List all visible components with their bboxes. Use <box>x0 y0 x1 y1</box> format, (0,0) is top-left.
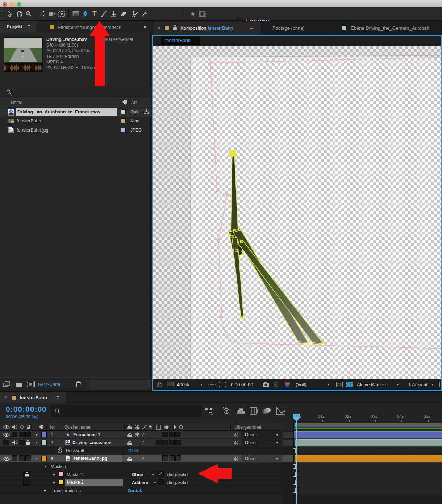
tab-overflow-chevron[interactable]: » <box>143 24 146 30</box>
parent-dropdown[interactable]: Ohne ▼ <box>241 431 282 438</box>
motion-blur-switch-icon[interactable] <box>164 425 169 430</box>
panel-menu-icon[interactable]: ≡ <box>57 395 59 400</box>
tab-footage[interactable]: Footage (ohne) <box>261 22 330 34</box>
eye-icon[interactable] <box>3 457 10 461</box>
layer-row-2[interactable]: ▼ 2 Driving...ance.mov ∕ @ Ohne ▼ <box>0 439 283 446</box>
expand-arrow-icon[interactable]: ▶ <box>53 481 55 484</box>
cti-head[interactable] <box>292 413 300 422</box>
tab-projekt[interactable]: Projekt ≡ <box>0 21 36 33</box>
layer-bar-3[interactable] <box>295 455 442 462</box>
layer-label-swatch[interactable] <box>41 432 47 437</box>
breadcrumb-chip[interactable]: fensterBahn <box>161 36 200 45</box>
zoom-dropdown-arrow[interactable]: ▼ <box>200 383 203 386</box>
collapse-switch-icon[interactable] <box>135 425 140 430</box>
mask-name-selected-box[interactable]: Maske 2 <box>65 479 123 486</box>
hand-tool[interactable] <box>14 8 24 19</box>
inverted-checkbox-checked[interactable]: ✓ <box>158 471 164 477</box>
frame-blend-switch-icon[interactable] <box>156 425 161 430</box>
inverted-checkbox[interactable] <box>158 479 164 485</box>
layer-bar-1[interactable] <box>294 431 442 438</box>
always-preview-icon[interactable] <box>157 382 164 388</box>
new-folder-icon[interactable] <box>15 382 22 387</box>
eye-icon[interactable] <box>3 433 10 437</box>
paw-switch-icon[interactable] <box>142 425 147 430</box>
rectangle-tool[interactable] <box>71 8 80 19</box>
solo-toggle[interactable] <box>19 440 25 445</box>
close-tab-icon[interactable]: × <box>158 25 160 30</box>
timeline-tab[interactable]: × fensterBahn ≡ <box>0 392 66 403</box>
brush-tool[interactable] <box>99 8 109 19</box>
switch-box[interactable] <box>162 455 168 461</box>
label-swatch[interactable] <box>342 25 347 30</box>
puppet-pin-tool[interactable] <box>140 8 149 19</box>
layer-bar-2[interactable] <box>295 439 442 446</box>
view-layout-dropdown[interactable]: 1 Ansicht <box>408 382 428 387</box>
pixel-aspect-icon[interactable] <box>439 382 442 387</box>
item-name-selected[interactable]: Driving...an_Autobahn_to_France.mov <box>16 108 117 116</box>
clone-stamp-tool[interactable] <box>109 8 118 19</box>
switch-box[interactable] <box>175 455 181 461</box>
close-window-button[interactable] <box>3 2 7 7</box>
cti-line[interactable] <box>296 414 297 504</box>
mask-row-2[interactable]: ▶ Maske 2 Addiere ▼ Umgekehrt <box>0 479 283 486</box>
camera-tool[interactable] <box>47 8 57 19</box>
eraser-tool[interactable] <box>118 8 128 19</box>
channel-icon[interactable] <box>284 382 291 387</box>
mask-mode-arrow-icon[interactable]: ▼ <box>154 481 157 484</box>
view-layout-dropdown-arrow[interactable]: ▼ <box>431 383 434 386</box>
stopwatch-icon[interactable] <box>57 447 62 453</box>
panel-menu-icon[interactable]: ≡ <box>28 24 30 29</box>
composition-flowchart-icon[interactable] <box>205 407 214 415</box>
selection-tool[interactable] <box>5 8 14 19</box>
region-of-interest-icon[interactable] <box>219 382 226 387</box>
show-snapshot-icon[interactable] <box>273 382 280 387</box>
layer-name-selected-box[interactable]: fensterBahn.jpg <box>72 455 122 462</box>
viewer-timecode[interactable]: 0:00:00:00 <box>231 382 253 387</box>
collapse-arrow-icon[interactable]: ▼ <box>35 457 38 460</box>
roto-brush-tool[interactable] <box>130 8 140 19</box>
tab-ebene[interactable]: Ebene Driving_the_German_Autobah <box>330 22 442 34</box>
frame-blending-icon[interactable] <box>249 407 258 415</box>
lock-toggle[interactable] <box>25 432 31 437</box>
expand-arrow-icon[interactable]: ▶ <box>44 489 46 492</box>
project-item-row[interactable]: fensterBahn.jpg JPEG <box>0 126 151 135</box>
quality-toggle-icon[interactable]: ∕ <box>143 440 143 445</box>
zoom-level-dropdown[interactable]: 400% <box>177 382 189 387</box>
lock-icon[interactable] <box>26 440 30 445</box>
video-toggle[interactable] <box>3 440 9 445</box>
graph-editor-icon[interactable] <box>276 407 285 415</box>
switch-box[interactable] <box>175 432 181 437</box>
pan-behind-tool[interactable] <box>57 8 66 19</box>
parent-dropdown[interactable]: Ohne ▼ <box>241 455 282 462</box>
switch-box[interactable] <box>175 440 181 445</box>
property-row-deckkraft[interactable]: Deckkraft 100% <box>0 447 283 454</box>
collapse-arrow-icon[interactable]: ▼ <box>35 441 38 444</box>
mask-mode-dropdown[interactable]: Ohne <box>132 472 143 477</box>
safe-margins-icon[interactable] <box>208 382 216 387</box>
mask-lock-box[interactable] <box>23 479 30 486</box>
bit-depth-button[interactable]: 8-Bit-Kanal <box>38 382 61 387</box>
collapse-arrow-icon[interactable]: ▼ <box>44 465 47 468</box>
property-value[interactable]: 100% <box>128 448 139 453</box>
label-swatch[interactable] <box>121 118 126 123</box>
layer-label-swatch[interactable] <box>41 440 47 445</box>
toolbar-grip[interactable] <box>1 8 3 19</box>
project-search[interactable] <box>0 87 151 97</box>
tab-effekteinstellungen[interactable]: Effekteinstellungen fensterBah » <box>37 22 151 33</box>
mask-row-1[interactable]: ▶ Maske 1 Ohne ▼ ✓ Umgekehrt <box>0 471 283 478</box>
expand-arrow-icon[interactable]: ▶ <box>36 433 38 436</box>
zoom-window-button[interactable] <box>17 2 21 7</box>
camera-dropdown-arrow[interactable]: ▼ <box>396 383 399 386</box>
audio-toggle[interactable] <box>12 455 17 461</box>
quality-toggle-icon[interactable]: ∕ <box>143 432 143 437</box>
transparency-grid-icon[interactable] <box>346 382 353 387</box>
parent-pickwhip-icon[interactable]: @ <box>234 440 238 445</box>
quality-toggle-icon[interactable]: ∕ <box>143 456 143 461</box>
switch-box[interactable] <box>156 440 162 445</box>
layer-row-3-selected[interactable]: ▼ 3 fensterBahn.jpg ∕ @ Ohne ▼ <box>0 455 283 462</box>
mask-mode-dropdown[interactable]: Addiere <box>132 480 148 485</box>
property-group-masken[interactable]: ▼ Masken <box>0 463 283 470</box>
property-group-transform[interactable]: ▶ Transformieren Zurück <box>0 487 283 494</box>
switch-box[interactable] <box>169 432 175 437</box>
cube-3d-switch-icon[interactable] <box>178 425 184 430</box>
